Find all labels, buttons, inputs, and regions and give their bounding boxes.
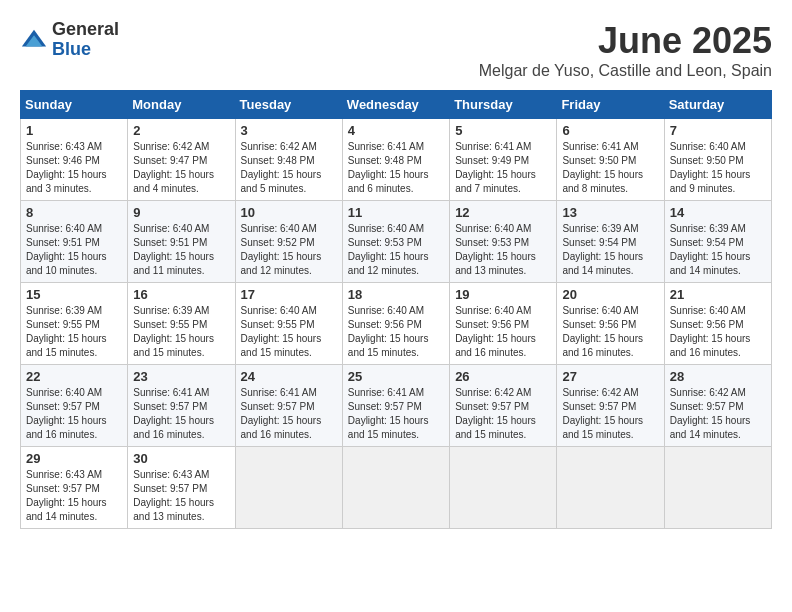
calendar-cell: 3Sunrise: 6:42 AMSunset: 9:48 PMDaylight… [235,119,342,201]
day-number: 9 [133,205,229,220]
day-info: Sunrise: 6:43 AMSunset: 9:57 PMDaylight:… [133,468,229,524]
day-number: 4 [348,123,444,138]
day-number: 3 [241,123,337,138]
day-info: Sunrise: 6:43 AMSunset: 9:46 PMDaylight:… [26,140,122,196]
calendar-cell: 19Sunrise: 6:40 AMSunset: 9:56 PMDayligh… [450,283,557,365]
calendar-header-thursday: Thursday [450,91,557,119]
day-number: 22 [26,369,122,384]
day-info: Sunrise: 6:39 AMSunset: 9:55 PMDaylight:… [26,304,122,360]
calendar-cell: 22Sunrise: 6:40 AMSunset: 9:57 PMDayligh… [21,365,128,447]
day-number: 12 [455,205,551,220]
calendar-cell: 12Sunrise: 6:40 AMSunset: 9:53 PMDayligh… [450,201,557,283]
day-info: Sunrise: 6:40 AMSunset: 9:56 PMDaylight:… [455,304,551,360]
day-number: 24 [241,369,337,384]
day-number: 8 [26,205,122,220]
day-number: 21 [670,287,766,302]
day-info: Sunrise: 6:39 AMSunset: 9:54 PMDaylight:… [562,222,658,278]
day-info: Sunrise: 6:39 AMSunset: 9:54 PMDaylight:… [670,222,766,278]
calendar-cell: 11Sunrise: 6:40 AMSunset: 9:53 PMDayligh… [342,201,449,283]
calendar-cell [235,447,342,529]
day-info: Sunrise: 6:42 AMSunset: 9:48 PMDaylight:… [241,140,337,196]
day-info: Sunrise: 6:41 AMSunset: 9:48 PMDaylight:… [348,140,444,196]
calendar-cell: 8Sunrise: 6:40 AMSunset: 9:51 PMDaylight… [21,201,128,283]
calendar-header-saturday: Saturday [664,91,771,119]
day-number: 7 [670,123,766,138]
calendar-cell: 18Sunrise: 6:40 AMSunset: 9:56 PMDayligh… [342,283,449,365]
day-number: 19 [455,287,551,302]
day-info: Sunrise: 6:42 AMSunset: 9:57 PMDaylight:… [562,386,658,442]
calendar-cell: 23Sunrise: 6:41 AMSunset: 9:57 PMDayligh… [128,365,235,447]
day-info: Sunrise: 6:42 AMSunset: 9:57 PMDaylight:… [455,386,551,442]
calendar-cell [450,447,557,529]
calendar-cell [664,447,771,529]
calendar-table: SundayMondayTuesdayWednesdayThursdayFrid… [20,90,772,529]
calendar-header-wednesday: Wednesday [342,91,449,119]
day-info: Sunrise: 6:40 AMSunset: 9:53 PMDaylight:… [348,222,444,278]
day-info: Sunrise: 6:39 AMSunset: 9:55 PMDaylight:… [133,304,229,360]
day-number: 29 [26,451,122,466]
day-number: 11 [348,205,444,220]
day-number: 6 [562,123,658,138]
calendar-cell: 15Sunrise: 6:39 AMSunset: 9:55 PMDayligh… [21,283,128,365]
day-number: 20 [562,287,658,302]
page-header: General Blue June 2025 Melgar de Yuso, C… [20,20,772,80]
day-number: 16 [133,287,229,302]
calendar-cell: 25Sunrise: 6:41 AMSunset: 9:57 PMDayligh… [342,365,449,447]
calendar-header-tuesday: Tuesday [235,91,342,119]
calendar-cell: 17Sunrise: 6:40 AMSunset: 9:55 PMDayligh… [235,283,342,365]
calendar-cell: 21Sunrise: 6:40 AMSunset: 9:56 PMDayligh… [664,283,771,365]
day-info: Sunrise: 6:40 AMSunset: 9:51 PMDaylight:… [133,222,229,278]
calendar-header-monday: Monday [128,91,235,119]
day-info: Sunrise: 6:40 AMSunset: 9:56 PMDaylight:… [562,304,658,360]
calendar-cell: 20Sunrise: 6:40 AMSunset: 9:56 PMDayligh… [557,283,664,365]
day-info: Sunrise: 6:41 AMSunset: 9:49 PMDaylight:… [455,140,551,196]
calendar-cell: 26Sunrise: 6:42 AMSunset: 9:57 PMDayligh… [450,365,557,447]
calendar-week-row: 8Sunrise: 6:40 AMSunset: 9:51 PMDaylight… [21,201,772,283]
logo-icon [20,26,48,54]
day-number: 10 [241,205,337,220]
day-info: Sunrise: 6:40 AMSunset: 9:50 PMDaylight:… [670,140,766,196]
day-number: 1 [26,123,122,138]
day-number: 5 [455,123,551,138]
calendar-cell [342,447,449,529]
calendar-cell: 24Sunrise: 6:41 AMSunset: 9:57 PMDayligh… [235,365,342,447]
calendar-week-row: 22Sunrise: 6:40 AMSunset: 9:57 PMDayligh… [21,365,772,447]
logo-blue: Blue [52,40,119,60]
title-section: June 2025 Melgar de Yuso, Castille and L… [479,20,772,80]
day-number: 2 [133,123,229,138]
location-title: Melgar de Yuso, Castille and Leon, Spain [479,62,772,80]
calendar-cell: 14Sunrise: 6:39 AMSunset: 9:54 PMDayligh… [664,201,771,283]
day-info: Sunrise: 6:40 AMSunset: 9:55 PMDaylight:… [241,304,337,360]
day-number: 17 [241,287,337,302]
calendar-cell: 29Sunrise: 6:43 AMSunset: 9:57 PMDayligh… [21,447,128,529]
month-title: June 2025 [479,20,772,62]
logo-general: General [52,20,119,40]
calendar-cell [557,447,664,529]
calendar-header-row: SundayMondayTuesdayWednesdayThursdayFrid… [21,91,772,119]
day-info: Sunrise: 6:43 AMSunset: 9:57 PMDaylight:… [26,468,122,524]
day-number: 13 [562,205,658,220]
calendar-cell: 13Sunrise: 6:39 AMSunset: 9:54 PMDayligh… [557,201,664,283]
day-number: 23 [133,369,229,384]
day-number: 15 [26,287,122,302]
day-info: Sunrise: 6:40 AMSunset: 9:57 PMDaylight:… [26,386,122,442]
calendar-week-row: 1Sunrise: 6:43 AMSunset: 9:46 PMDaylight… [21,119,772,201]
calendar-cell: 30Sunrise: 6:43 AMSunset: 9:57 PMDayligh… [128,447,235,529]
day-info: Sunrise: 6:41 AMSunset: 9:57 PMDaylight:… [241,386,337,442]
calendar-header-sunday: Sunday [21,91,128,119]
day-info: Sunrise: 6:40 AMSunset: 9:52 PMDaylight:… [241,222,337,278]
day-number: 28 [670,369,766,384]
calendar-cell: 5Sunrise: 6:41 AMSunset: 9:49 PMDaylight… [450,119,557,201]
day-info: Sunrise: 6:42 AMSunset: 9:57 PMDaylight:… [670,386,766,442]
calendar-cell: 7Sunrise: 6:40 AMSunset: 9:50 PMDaylight… [664,119,771,201]
calendar-week-row: 15Sunrise: 6:39 AMSunset: 9:55 PMDayligh… [21,283,772,365]
day-info: Sunrise: 6:40 AMSunset: 9:53 PMDaylight:… [455,222,551,278]
day-number: 26 [455,369,551,384]
calendar-cell: 9Sunrise: 6:40 AMSunset: 9:51 PMDaylight… [128,201,235,283]
calendar-cell: 16Sunrise: 6:39 AMSunset: 9:55 PMDayligh… [128,283,235,365]
day-info: Sunrise: 6:41 AMSunset: 9:57 PMDaylight:… [133,386,229,442]
calendar-body: 1Sunrise: 6:43 AMSunset: 9:46 PMDaylight… [21,119,772,529]
calendar-cell: 2Sunrise: 6:42 AMSunset: 9:47 PMDaylight… [128,119,235,201]
day-info: Sunrise: 6:41 AMSunset: 9:50 PMDaylight:… [562,140,658,196]
calendar-cell: 6Sunrise: 6:41 AMSunset: 9:50 PMDaylight… [557,119,664,201]
